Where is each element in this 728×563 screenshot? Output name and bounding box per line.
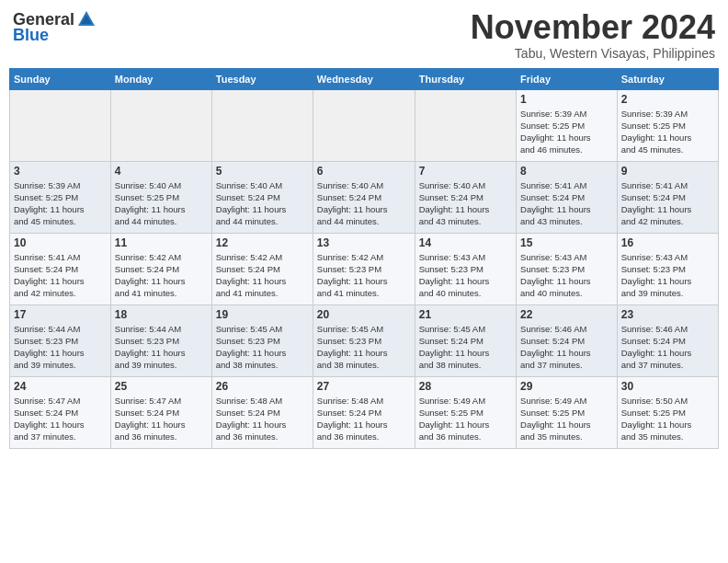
day-info: Sunrise: 5:40 AMSunset: 5:24 PMDaylight:… <box>317 179 411 228</box>
calendar-cell: 28Sunrise: 5:49 AMSunset: 5:25 PMDayligh… <box>415 376 516 448</box>
day-info: Sunrise: 5:47 AMSunset: 5:24 PMDaylight:… <box>14 395 107 443</box>
day-number: 13 <box>317 236 411 249</box>
day-info: Sunrise: 5:46 AMSunset: 5:24 PMDaylight:… <box>520 323 613 372</box>
month-title: November 2024 <box>471 9 715 46</box>
calendar-cell: 19Sunrise: 5:45 AMSunset: 5:23 PMDayligh… <box>211 304 313 376</box>
day-info: Sunrise: 5:48 AMSunset: 5:24 PMDaylight:… <box>317 395 411 443</box>
day-number: 27 <box>317 380 411 393</box>
logo-blue-text: Blue <box>13 26 49 45</box>
day-info: Sunrise: 5:39 AMSunset: 5:25 PMDaylight:… <box>621 108 714 156</box>
calendar-week-row: 3Sunrise: 5:39 AMSunset: 5:25 PMDaylight… <box>10 161 719 233</box>
calendar-cell: 10Sunrise: 5:41 AMSunset: 5:24 PMDayligh… <box>10 233 111 304</box>
day-number: 2 <box>621 93 714 106</box>
day-number: 3 <box>14 165 107 178</box>
calendar-cell: 12Sunrise: 5:42 AMSunset: 5:24 PMDayligh… <box>211 233 313 304</box>
day-number: 28 <box>419 380 512 393</box>
day-info: Sunrise: 5:43 AMSunset: 5:23 PMDaylight:… <box>419 251 512 300</box>
calendar-cell: 7Sunrise: 5:40 AMSunset: 5:24 PMDaylight… <box>415 161 516 233</box>
day-info: Sunrise: 5:44 AMSunset: 5:23 PMDaylight:… <box>115 323 208 372</box>
day-number: 11 <box>115 236 208 249</box>
calendar-cell: 18Sunrise: 5:44 AMSunset: 5:23 PMDayligh… <box>110 304 211 376</box>
day-info: Sunrise: 5:42 AMSunset: 5:23 PMDaylight:… <box>317 251 411 300</box>
logo-icon <box>76 9 97 29</box>
day-info: Sunrise: 5:47 AMSunset: 5:24 PMDaylight:… <box>115 395 208 443</box>
calendar-cell: 16Sunrise: 5:43 AMSunset: 5:23 PMDayligh… <box>617 233 718 304</box>
day-info: Sunrise: 5:40 AMSunset: 5:25 PMDaylight:… <box>115 179 208 228</box>
calendar-cell <box>415 89 516 161</box>
day-info: Sunrise: 5:39 AMSunset: 5:25 PMDaylight:… <box>520 108 613 156</box>
day-info: Sunrise: 5:49 AMSunset: 5:25 PMDaylight:… <box>419 395 512 443</box>
day-number: 15 <box>520 236 613 249</box>
calendar-cell: 30Sunrise: 5:50 AMSunset: 5:25 PMDayligh… <box>617 376 718 448</box>
calendar-cell: 6Sunrise: 5:40 AMSunset: 5:24 PMDaylight… <box>313 161 415 233</box>
day-number: 6 <box>317 165 411 178</box>
weekday-header: Saturday <box>617 68 718 89</box>
calendar-cell: 14Sunrise: 5:43 AMSunset: 5:23 PMDayligh… <box>415 233 516 304</box>
calendar-cell <box>211 89 313 161</box>
day-number: 16 <box>621 236 714 249</box>
day-number: 22 <box>520 308 613 321</box>
day-number: 1 <box>520 93 613 106</box>
calendar-cell: 23Sunrise: 5:46 AMSunset: 5:24 PMDayligh… <box>617 304 718 376</box>
calendar-cell: 17Sunrise: 5:44 AMSunset: 5:23 PMDayligh… <box>10 304 111 376</box>
calendar-week-row: 24Sunrise: 5:47 AMSunset: 5:24 PMDayligh… <box>10 376 719 448</box>
weekday-header: Monday <box>110 68 211 89</box>
calendar-cell: 4Sunrise: 5:40 AMSunset: 5:25 PMDaylight… <box>110 161 211 233</box>
day-number: 25 <box>115 380 208 393</box>
day-number: 4 <box>115 165 208 178</box>
day-info: Sunrise: 5:42 AMSunset: 5:24 PMDaylight:… <box>115 251 208 300</box>
calendar-cell: 20Sunrise: 5:45 AMSunset: 5:23 PMDayligh… <box>313 304 415 376</box>
day-info: Sunrise: 5:45 AMSunset: 5:23 PMDaylight:… <box>216 323 309 372</box>
calendar-cell <box>313 89 415 161</box>
day-info: Sunrise: 5:41 AMSunset: 5:24 PMDaylight:… <box>14 251 107 300</box>
weekday-header: Thursday <box>415 68 516 89</box>
calendar-cell: 3Sunrise: 5:39 AMSunset: 5:25 PMDaylight… <box>10 161 111 233</box>
calendar-cell <box>110 89 211 161</box>
calendar-cell: 5Sunrise: 5:40 AMSunset: 5:24 PMDaylight… <box>211 161 313 233</box>
day-info: Sunrise: 5:42 AMSunset: 5:24 PMDaylight:… <box>216 251 309 300</box>
day-number: 30 <box>621 380 714 393</box>
day-info: Sunrise: 5:48 AMSunset: 5:24 PMDaylight:… <box>216 395 309 443</box>
day-number: 10 <box>14 236 107 249</box>
weekday-header: Tuesday <box>211 68 313 89</box>
calendar-cell: 2Sunrise: 5:39 AMSunset: 5:25 PMDaylight… <box>617 89 718 161</box>
location-text: Tabu, Western Visayas, Philippines <box>471 46 715 61</box>
weekday-header: Sunday <box>10 68 111 89</box>
day-info: Sunrise: 5:39 AMSunset: 5:25 PMDaylight:… <box>14 179 107 228</box>
weekday-header: Friday <box>517 68 618 89</box>
day-info: Sunrise: 5:43 AMSunset: 5:23 PMDaylight:… <box>621 251 714 300</box>
day-info: Sunrise: 5:49 AMSunset: 5:25 PMDaylight:… <box>520 395 613 443</box>
calendar-cell: 21Sunrise: 5:45 AMSunset: 5:24 PMDayligh… <box>415 304 516 376</box>
calendar-cell: 13Sunrise: 5:42 AMSunset: 5:23 PMDayligh… <box>313 233 415 304</box>
calendar-cell: 11Sunrise: 5:42 AMSunset: 5:24 PMDayligh… <box>110 233 211 304</box>
day-info: Sunrise: 5:45 AMSunset: 5:24 PMDaylight:… <box>419 323 512 372</box>
day-info: Sunrise: 5:44 AMSunset: 5:23 PMDaylight:… <box>14 323 107 372</box>
day-number: 7 <box>419 165 512 178</box>
title-section: November 2024 Tabu, Western Visayas, Phi… <box>471 9 715 61</box>
day-number: 14 <box>419 236 512 249</box>
day-info: Sunrise: 5:41 AMSunset: 5:24 PMDaylight:… <box>621 179 714 228</box>
calendar-week-row: 10Sunrise: 5:41 AMSunset: 5:24 PMDayligh… <box>10 233 719 304</box>
day-number: 26 <box>216 380 309 393</box>
day-info: Sunrise: 5:43 AMSunset: 5:23 PMDaylight:… <box>520 251 613 300</box>
calendar-cell <box>10 89 111 161</box>
day-number: 17 <box>14 308 107 321</box>
calendar-cell: 24Sunrise: 5:47 AMSunset: 5:24 PMDayligh… <box>10 376 111 448</box>
calendar-cell: 8Sunrise: 5:41 AMSunset: 5:24 PMDaylight… <box>517 161 618 233</box>
calendar-header-row: SundayMondayTuesdayWednesdayThursdayFrid… <box>10 68 719 89</box>
calendar-table: SundayMondayTuesdayWednesdayThursdayFrid… <box>9 68 719 449</box>
logo: General Blue <box>13 9 97 45</box>
day-number: 19 <box>216 308 309 321</box>
day-info: Sunrise: 5:45 AMSunset: 5:23 PMDaylight:… <box>317 323 411 372</box>
calendar-cell: 27Sunrise: 5:48 AMSunset: 5:24 PMDayligh… <box>313 376 415 448</box>
weekday-header: Wednesday <box>313 68 415 89</box>
day-number: 20 <box>317 308 411 321</box>
day-number: 29 <box>520 380 613 393</box>
day-info: Sunrise: 5:46 AMSunset: 5:24 PMDaylight:… <box>621 323 714 372</box>
day-number: 24 <box>14 380 107 393</box>
calendar-cell: 1Sunrise: 5:39 AMSunset: 5:25 PMDaylight… <box>517 89 618 161</box>
calendar-cell: 15Sunrise: 5:43 AMSunset: 5:23 PMDayligh… <box>517 233 618 304</box>
calendar-cell: 25Sunrise: 5:47 AMSunset: 5:24 PMDayligh… <box>110 376 211 448</box>
day-info: Sunrise: 5:40 AMSunset: 5:24 PMDaylight:… <box>216 179 309 228</box>
calendar-week-row: 17Sunrise: 5:44 AMSunset: 5:23 PMDayligh… <box>10 304 719 376</box>
